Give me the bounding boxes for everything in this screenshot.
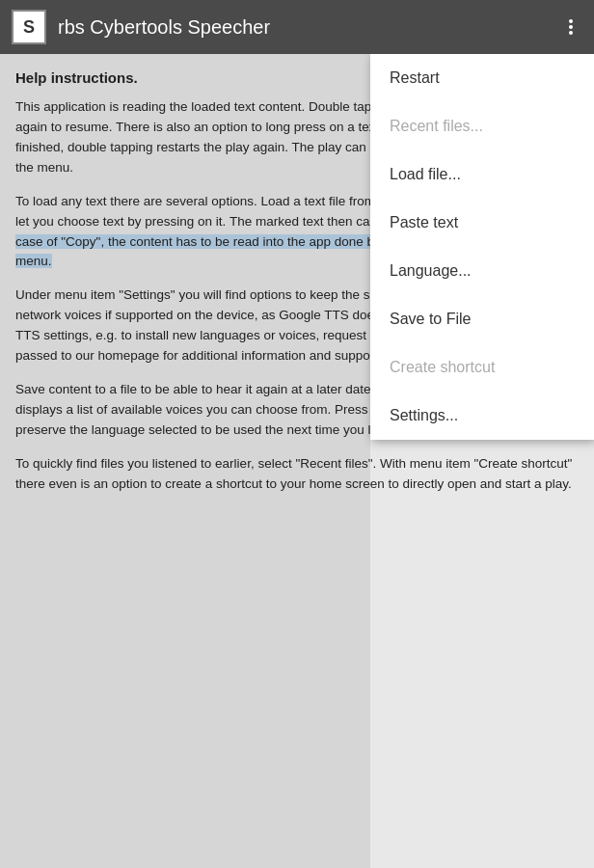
menu-item-save-to-file[interactable]: Save to File bbox=[370, 295, 594, 343]
menu-item-load-file[interactable]: Load file... bbox=[370, 150, 594, 199]
menu-item-settings[interactable]: Settings... bbox=[370, 392, 594, 440]
menu-overlay bbox=[0, 54, 370, 868]
overflow-dot-3 bbox=[569, 31, 573, 35]
app-icon: S bbox=[12, 10, 46, 44]
menu-item-paste-text[interactable]: Paste text bbox=[370, 199, 594, 247]
overflow-dot-1 bbox=[569, 19, 573, 23]
app-bar: S rbs Cybertools Speecher bbox=[0, 0, 594, 54]
overflow-dot-2 bbox=[569, 25, 573, 29]
content-area: Help instructions. This application is r… bbox=[0, 54, 594, 868]
overflow-menu-button[interactable] bbox=[559, 15, 582, 39]
menu-item-create-shortcut: Create shortcut bbox=[370, 343, 594, 392]
menu-item-language[interactable]: Language... bbox=[370, 247, 594, 295]
dropdown-menu: Restart Recent files... Load file... Pas… bbox=[370, 54, 594, 440]
menu-item-restart[interactable]: Restart bbox=[370, 54, 594, 102]
menu-item-recent-files: Recent files... bbox=[370, 102, 594, 150]
app-title: rbs Cybertools Speecher bbox=[58, 16, 559, 39]
